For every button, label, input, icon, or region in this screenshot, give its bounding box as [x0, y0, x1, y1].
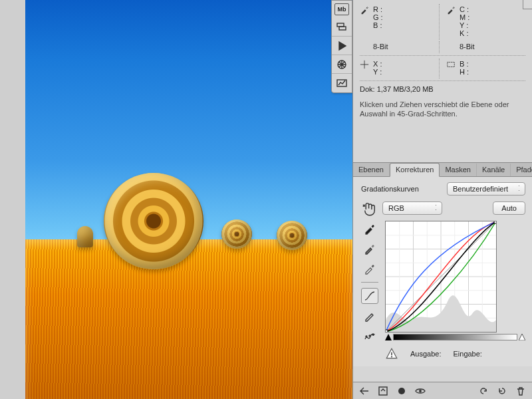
sample-black-eyedropper[interactable]: [361, 221, 378, 237]
tab-korrekturen[interactable]: Korrekturen: [390, 163, 440, 177]
info-b-label: B :: [373, 21, 383, 29]
info-k-label: K :: [460, 29, 469, 37]
sample-gray-eyedropper[interactable]: [361, 241, 378, 257]
eyedropper-icon: [360, 5, 369, 15]
info-y-label: Y :: [460, 21, 469, 29]
right-panel-column: R : G : B : C : M : Y : K :: [352, 0, 532, 399]
curves-side-tools: [361, 221, 378, 344]
canvas-bale: [277, 221, 307, 250]
svg-rect-5: [448, 63, 455, 67]
return-to-list-button[interactable]: [358, 385, 370, 397]
info-h-label: H :: [460, 68, 469, 76]
curves-preset-select[interactable]: Benutzerdefiniert: [447, 182, 525, 196]
trash-icon: [515, 386, 526, 396]
curves-graph[interactable]: [385, 221, 497, 332]
curves-auto-button[interactable]: Auto: [493, 201, 525, 215]
svg-marker-12: [519, 334, 525, 340]
info-x-label: X :: [373, 60, 382, 68]
curves-title: Gradationskurven: [361, 185, 419, 193]
sample-white-eyedropper[interactable]: [361, 261, 378, 277]
svg-point-7: [369, 335, 370, 336]
black-point-slider[interactable]: [385, 334, 392, 340]
svg-rect-14: [379, 387, 387, 395]
tab-pfade[interactable]: Pfade: [511, 164, 532, 176]
panel-button-histogram[interactable]: [332, 74, 352, 92]
warning-icon: [385, 347, 398, 360]
tab-ebenen[interactable]: Ebenen: [353, 164, 390, 176]
svg-marker-2: [339, 42, 346, 50]
hand-point-icon: [361, 201, 378, 218]
curve-icon: [364, 290, 376, 302]
canvas-bale: [221, 219, 252, 249]
clip-icon: [396, 386, 407, 396]
play-icon: [336, 40, 348, 52]
info-w-label: B :: [460, 60, 469, 68]
svg-rect-9: [385, 330, 388, 332]
expand-view-button[interactable]: [377, 385, 389, 397]
info-m-label: M :: [460, 13, 469, 21]
reset-button[interactable]: [496, 385, 508, 397]
info-y-label: Y :: [373, 68, 382, 76]
curves-channel-select[interactable]: RGB: [382, 201, 442, 215]
panel-collapse-toggle[interactable]: [523, 0, 532, 9]
svg-rect-0: [337, 23, 344, 27]
eye-icon: [415, 386, 426, 396]
white-point-slider[interactable]: [519, 334, 525, 340]
info-hint: Klicken und Ziehen verschiebt die Ebene …: [360, 96, 525, 118]
panel-button-mb[interactable]: Mb: [334, 3, 349, 15]
svg-point-16: [419, 390, 422, 392]
pencil-icon: [364, 310, 376, 322]
workspace-gutter: [0, 0, 25, 399]
crosshair-icon: [360, 60, 369, 69]
curve-smooth-button[interactable]: [361, 328, 378, 344]
smooth-icon: [364, 330, 376, 342]
collapsed-panel-dock: Mb: [331, 0, 352, 93]
panel-button-navigator[interactable]: [332, 55, 352, 74]
info-docsize: Dok: 1,37 MB/3,20 MB: [360, 84, 525, 96]
toggle-visibility-button[interactable]: [414, 385, 426, 397]
histogram-icon: [336, 77, 348, 89]
layers-icon: [336, 21, 348, 33]
delete-adjustment-button[interactable]: [515, 385, 527, 397]
panel-button-layers[interactable]: [332, 18, 352, 37]
previous-state-button[interactable]: [477, 385, 489, 397]
back-arrow-icon: [359, 386, 370, 396]
expand-icon: [378, 386, 388, 396]
canvas-bale: [77, 226, 93, 247]
canvas-field: [25, 239, 352, 399]
svg-point-13: [391, 356, 392, 357]
info-panel: R : G : B : C : M : Y : K :: [353, 0, 532, 125]
info-r-label: R :: [373, 5, 383, 13]
info-g-label: G :: [373, 13, 383, 21]
eyedropper-icon: [364, 263, 376, 275]
info-bit-left: 8-Bit: [360, 43, 388, 51]
curves-input-label: Eingabe:: [453, 350, 481, 358]
svg-marker-11: [385, 334, 392, 340]
info-c-label: C :: [460, 5, 469, 13]
dimensions-icon: [446, 60, 456, 69]
curve-point-mode[interactable]: [361, 288, 378, 304]
tab-kanaele[interactable]: Kanäle: [477, 164, 511, 176]
document-canvas[interactable]: [25, 0, 352, 399]
curve-draw-mode[interactable]: [361, 308, 378, 324]
eyedropper-icon: [364, 243, 376, 255]
svg-point-6: [366, 336, 367, 337]
reset-icon: [497, 386, 507, 396]
svg-point-8: [372, 334, 374, 335]
panel-button-actions[interactable]: [332, 37, 352, 55]
canvas-bale: [104, 173, 203, 269]
svg-rect-10: [494, 221, 497, 223]
clip-to-layer-button[interactable]: [396, 385, 408, 397]
adjustments-tabstrip: Ebenen Korrekturen Masken Kanäle Pfade: [353, 162, 532, 177]
curves-panel: Gradationskurven Benutzerdefiniert RGB A…: [353, 177, 532, 366]
adjustments-footer: [353, 382, 532, 399]
eyedropper-icon: [364, 223, 376, 235]
tab-masken[interactable]: Masken: [440, 164, 477, 176]
svg-point-15: [398, 388, 405, 394]
navigator-icon: [336, 59, 348, 70]
clip-warning-toggle[interactable]: [385, 348, 398, 360]
svg-rect-1: [339, 27, 346, 30]
targeted-adjust-tool[interactable]: [361, 201, 378, 215]
prev-icon: [478, 386, 489, 396]
info-bit-right: 8-Bit: [446, 43, 475, 51]
